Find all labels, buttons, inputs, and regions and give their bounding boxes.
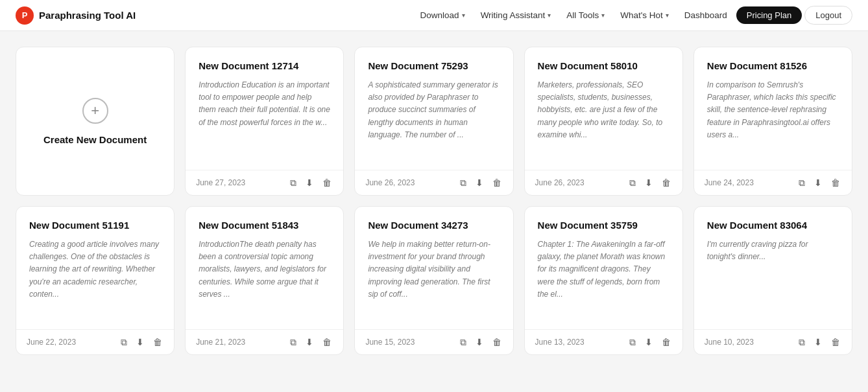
doc-date: June 26, 2023: [365, 178, 415, 187]
nav-dashboard-label: Dashboard: [684, 10, 727, 20]
doc-card-35759: New Document 35759 Chapter 1: The Awaken…: [524, 206, 683, 355]
open-button[interactable]: ⧉: [459, 177, 468, 189]
open-button[interactable]: ⧉: [797, 177, 806, 189]
delete-button[interactable]: 🗑: [830, 336, 841, 348]
create-new-document-card[interactable]: + Create New Document: [16, 47, 175, 196]
document-grid-row2: New Document 51191 Creating a good artic…: [16, 206, 852, 355]
download-button[interactable]: ⬇: [304, 177, 315, 189]
doc-excerpt: Chapter 1: The AwakeningIn a far-off gal…: [538, 238, 669, 301]
delete-button[interactable]: 🗑: [491, 336, 503, 348]
nav-item-writing-assistant[interactable]: Writing Assistant ▾: [474, 6, 558, 24]
open-button[interactable]: ⧉: [289, 336, 298, 348]
doc-card-body: New Document 51843 IntroductionThe death…: [186, 207, 343, 329]
doc-title: New Document 35759: [538, 220, 669, 231]
doc-date: June 24, 2023: [705, 178, 754, 187]
nav-item-dashboard[interactable]: Dashboard: [678, 6, 734, 24]
nav-menu: Download ▾ Writing Assistant ▾ All Tools…: [414, 6, 852, 25]
chevron-down-icon: ▾: [462, 12, 465, 19]
doc-card-34273: New Document 34273 We help in making bet…: [354, 206, 513, 355]
delete-button[interactable]: 🗑: [830, 177, 841, 189]
doc-card-51191: New Document 51191 Creating a good artic…: [16, 206, 175, 355]
doc-card-58010: New Document 58010 Marketers, profession…: [524, 47, 683, 196]
doc-actions: ⧉ ⬇ 🗑: [289, 177, 333, 189]
nav-tools-label: All Tools: [566, 10, 599, 20]
doc-title: New Document 83064: [707, 220, 839, 231]
doc-card-body: New Document 51191 Creating a good artic…: [16, 207, 174, 329]
create-card-label: Create New Document: [33, 134, 157, 145]
doc-actions: ⧉ ⬇ 🗑: [459, 336, 503, 348]
download-button[interactable]: ⬇: [304, 336, 315, 348]
open-button[interactable]: ⧉: [119, 336, 128, 348]
doc-excerpt: Introduction Education is an important t…: [199, 79, 330, 129]
doc-actions: ⧉ ⬇ 🗑: [289, 336, 333, 348]
logout-button[interactable]: Logout: [804, 6, 852, 25]
doc-title: New Document 12714: [199, 60, 330, 71]
doc-card-footer: June 26, 2023 ⧉ ⬇ 🗑: [525, 170, 682, 195]
doc-title: New Document 51191: [29, 220, 161, 231]
download-button[interactable]: ⬇: [644, 177, 654, 189]
brand-icon: P: [16, 6, 34, 25]
download-button[interactable]: ⬇: [813, 336, 823, 348]
doc-card-body: New Document 83064 I'm currently craving…: [694, 207, 852, 329]
doc-actions: ⧉ ⬇ 🗑: [459, 177, 503, 189]
download-button[interactable]: ⬇: [474, 336, 485, 348]
delete-button[interactable]: 🗑: [152, 336, 163, 348]
brand-logo[interactable]: P Paraphrasing Tool AI: [16, 6, 136, 25]
download-button[interactable]: ⬇: [813, 177, 823, 189]
doc-actions: ⧉ ⬇ 🗑: [797, 336, 841, 348]
doc-excerpt: We help in making better return-on-inves…: [368, 238, 500, 301]
doc-card-81526: New Document 81526 In comparison to Semr…: [693, 47, 852, 196]
doc-card-75293: New Document 75293 A sophisticated summa…: [354, 47, 513, 196]
doc-card-footer: June 26, 2023 ⧉ ⬇ 🗑: [355, 170, 512, 195]
doc-actions: ⧉ ⬇ 🗑: [628, 336, 672, 348]
download-button[interactable]: ⬇: [135, 336, 145, 348]
doc-card-body: New Document 81526 In comparison to Semr…: [694, 47, 852, 170]
doc-card-footer: June 15, 2023 ⧉ ⬇ 🗑: [355, 329, 512, 354]
doc-date: June 22, 2023: [27, 338, 76, 347]
doc-actions: ⧉ ⬇ 🗑: [797, 177, 841, 189]
open-button[interactable]: ⧉: [459, 336, 468, 348]
doc-actions: ⧉ ⬇ 🗑: [628, 177, 672, 189]
delete-button[interactable]: 🗑: [321, 177, 333, 189]
doc-title: New Document 51843: [199, 220, 330, 231]
doc-excerpt: A sophisticated summary generator is als…: [368, 79, 500, 141]
doc-date: June 27, 2023: [196, 178, 245, 187]
doc-excerpt: Marketers, professionals, SEO specialist…: [538, 79, 669, 141]
nav-writing-label: Writing Assistant: [481, 10, 546, 20]
doc-date: June 13, 2023: [535, 338, 585, 347]
doc-card-body: New Document 35759 Chapter 1: The Awaken…: [525, 207, 682, 329]
document-grid-row1: + Create New Document New Document 12714…: [16, 47, 852, 196]
doc-excerpt: Creating a good article involves many ch…: [29, 238, 161, 301]
doc-date: June 21, 2023: [196, 338, 245, 347]
doc-card-footer: June 13, 2023 ⧉ ⬇ 🗑: [525, 329, 682, 354]
doc-card-footer: June 22, 2023 ⧉ ⬇ 🗑: [16, 329, 174, 354]
delete-button[interactable]: 🗑: [660, 177, 672, 189]
download-button[interactable]: ⬇: [644, 336, 654, 348]
doc-card-83064: New Document 83064 I'm currently craving…: [693, 206, 852, 355]
doc-excerpt: I'm currently craving pizza for tonight'…: [707, 238, 839, 263]
delete-button[interactable]: 🗑: [321, 336, 333, 348]
doc-card-12714: New Document 12714 Introduction Educatio…: [185, 47, 344, 196]
pricing-plan-button[interactable]: Pricing Plan: [736, 6, 802, 24]
open-button[interactable]: ⧉: [289, 177, 298, 189]
doc-title: New Document 58010: [538, 60, 669, 71]
create-icon: +: [82, 98, 108, 124]
main-content: + Create New Document New Document 12714…: [0, 31, 868, 381]
doc-card-footer: June 27, 2023 ⧉ ⬇ 🗑: [186, 170, 343, 195]
nav-item-all-tools[interactable]: All Tools ▾: [560, 6, 611, 24]
doc-card-51843: New Document 51843 IntroductionThe death…: [185, 206, 344, 355]
nav-item-download[interactable]: Download ▾: [414, 6, 472, 24]
delete-button[interactable]: 🗑: [660, 336, 672, 348]
open-button[interactable]: ⧉: [797, 336, 806, 348]
doc-card-body: New Document 75293 A sophisticated summa…: [355, 47, 512, 170]
doc-card-footer: June 24, 2023 ⧉ ⬇ 🗑: [694, 170, 852, 195]
open-button[interactable]: ⧉: [628, 177, 637, 189]
doc-card-body: New Document 34273 We help in making bet…: [355, 207, 512, 329]
nav-item-whats-hot[interactable]: What's Hot ▾: [614, 6, 675, 24]
delete-button[interactable]: 🗑: [491, 177, 503, 189]
download-button[interactable]: ⬇: [474, 177, 485, 189]
open-button[interactable]: ⧉: [628, 336, 637, 348]
doc-card-body: New Document 58010 Marketers, profession…: [525, 47, 682, 170]
chevron-down-icon: ▾: [548, 12, 551, 19]
doc-title: New Document 34273: [368, 220, 500, 231]
